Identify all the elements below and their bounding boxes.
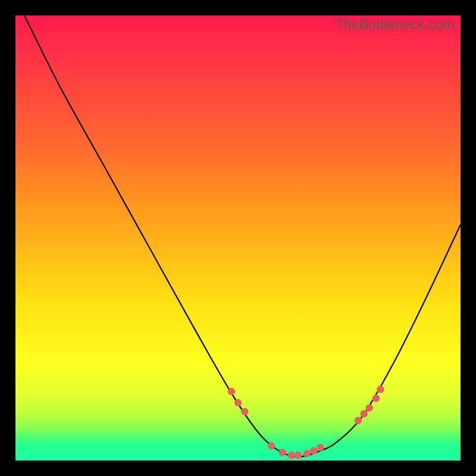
marker-dot bbox=[372, 394, 380, 402]
marker-dot bbox=[279, 449, 286, 456]
gradient-plot-area: TheBottleneck.com bbox=[15, 15, 461, 461]
marker-dot bbox=[360, 410, 367, 417]
marker-dot bbox=[377, 386, 384, 393]
marker-dot bbox=[268, 442, 275, 449]
bottleneck-curve bbox=[24, 15, 461, 457]
frame: TheBottleneck.com bbox=[0, 0, 476, 476]
marker-dot bbox=[365, 405, 372, 412]
marker-dot bbox=[310, 447, 317, 454]
marker-dot bbox=[317, 444, 324, 451]
marker-dot bbox=[295, 452, 302, 459]
marker-dot bbox=[228, 388, 235, 395]
marker-dot bbox=[303, 450, 311, 457]
marker-dot bbox=[288, 452, 295, 459]
marker-dot bbox=[355, 416, 362, 424]
chart-svg bbox=[15, 15, 461, 461]
marker-dot bbox=[234, 399, 242, 406]
marker-dot bbox=[241, 408, 248, 415]
